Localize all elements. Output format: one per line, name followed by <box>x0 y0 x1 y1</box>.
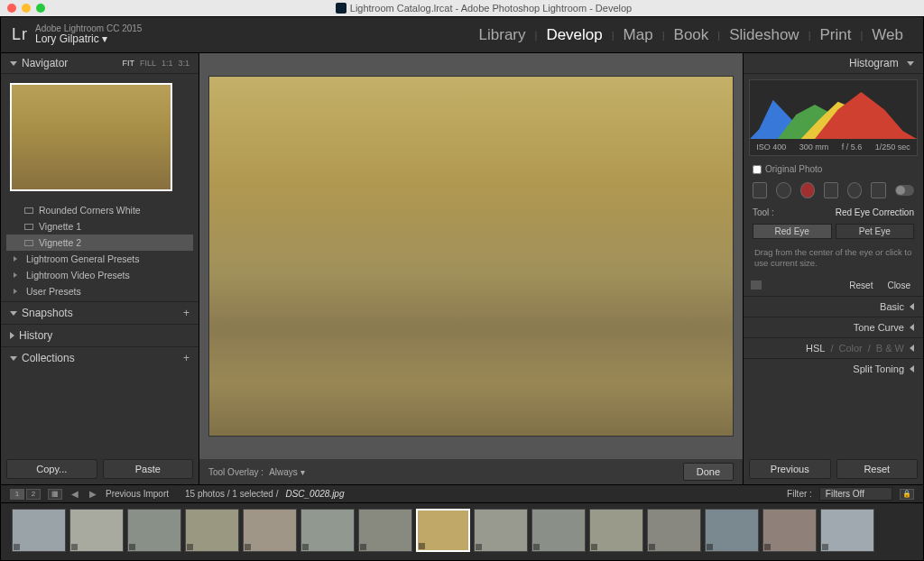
filter-lock-icon[interactable]: 🔒 <box>900 489 914 500</box>
user-name[interactable]: Lory Gilpatric ▾ <box>35 33 142 46</box>
filmstrip-thumb[interactable] <box>705 509 759 552</box>
top-bar: Lr Adobe Lightroom CC 2015 Lory Gilpatri… <box>1 17 923 53</box>
nav-forward-icon[interactable]: ▶ <box>88 489 98 499</box>
pet-eye-tab[interactable]: Pet Eye <box>836 224 915 239</box>
module-slideshow[interactable]: Slideshow <box>720 26 808 44</box>
preset-item[interactable]: Rounded Corners White <box>6 202 193 218</box>
filmstrip-thumb[interactable] <box>358 509 412 552</box>
tool-switch-icon[interactable] <box>751 280 762 290</box>
module-print[interactable]: Print <box>811 26 861 44</box>
grid-icon[interactable]: ▦ <box>48 489 62 500</box>
close-window-button[interactable] <box>7 4 16 13</box>
history-section[interactable]: History <box>1 324 199 346</box>
gradient-tool-icon[interactable] <box>824 182 838 198</box>
histogram-header[interactable]: Histogram <box>744 53 923 74</box>
module-web[interactable]: Web <box>863 26 912 44</box>
nav-back-icon[interactable]: ◀ <box>69 489 80 499</box>
tool-hint: Drag from the center of the eye or click… <box>744 242 923 275</box>
exif-aperture: f / 5.6 <box>842 143 863 152</box>
status-count: 15 photos / 1 selected / <box>185 489 278 499</box>
basic-section[interactable]: Basic <box>744 296 923 317</box>
tool-overlay-label: Tool Overlay : <box>208 467 263 477</box>
tool-toggle[interactable] <box>895 185 914 196</box>
spot-tool-icon[interactable] <box>776 182 790 198</box>
module-develop[interactable]: Develop <box>537 26 611 44</box>
snapshots-section[interactable]: Snapshots+ <box>1 301 199 324</box>
zoom-fill[interactable]: FILL <box>140 59 156 68</box>
navigator-preview[interactable] <box>10 83 172 191</box>
preset-item[interactable]: Vignette 1 <box>6 218 193 235</box>
filmstrip-thumb[interactable] <box>300 509 355 552</box>
original-photo-checkbox[interactable] <box>753 165 762 174</box>
hsl-section[interactable]: HSL/ Color/ B & W <box>744 337 923 358</box>
view-2-button[interactable]: 2 <box>26 489 41 500</box>
window-title: Lightroom Catalog.lrcat - Adobe Photosho… <box>51 3 917 14</box>
brush-tool-icon[interactable] <box>871 182 885 198</box>
preset-item[interactable]: User Presets <box>6 283 193 299</box>
exif-focal: 300 mm <box>799 143 829 152</box>
filmstrip-thumb[interactable] <box>647 509 701 552</box>
exif-shutter: 1/250 sec <box>875 143 910 152</box>
source-label[interactable]: Previous Import <box>106 489 169 499</box>
filmstrip-thumb[interactable] <box>185 509 239 552</box>
split-toning-section[interactable]: Split Toning <box>744 358 923 379</box>
preset-item[interactable]: Lightroom Video Presets <box>6 267 193 283</box>
module-switcher: Library|Develop|Map|Book|Slideshow|Print… <box>470 26 912 44</box>
preset-list: Rounded Corners WhiteVignette 1Vignette … <box>1 200 199 301</box>
filmstrip-thumb[interactable] <box>762 509 817 552</box>
zoom-1:1[interactable]: 1:1 <box>162 59 173 68</box>
tool-overlay-select[interactable]: Always ▾ <box>269 467 304 477</box>
previous-button[interactable]: Previous <box>749 459 831 479</box>
main-preview[interactable] <box>208 76 734 437</box>
preset-item[interactable]: Vignette 2 <box>6 235 193 251</box>
module-book[interactable]: Book <box>665 26 718 44</box>
lightroom-icon <box>336 3 346 14</box>
redeye-tool-icon[interactable] <box>800 182 815 198</box>
red-eye-tab[interactable]: Red Eye <box>753 224 832 239</box>
tool-reset-button[interactable]: Reset <box>844 279 878 292</box>
tone-curve-section[interactable]: Tone Curve <box>744 317 923 337</box>
copy-button[interactable]: Copy... <box>6 459 97 479</box>
module-map[interactable]: Map <box>614 26 662 44</box>
collections-section[interactable]: Collections+ <box>1 346 199 369</box>
right-panel: Histogram ISO 400 300 mm f / 5.6 1/250 s… <box>743 53 923 484</box>
filter-label: Filter : <box>787 489 812 499</box>
filter-select[interactable]: Filters Off <box>819 487 892 501</box>
tool-overlay-bar: Tool Overlay : Always ▾ Done <box>199 459 743 484</box>
reset-button[interactable]: Reset <box>836 459 919 479</box>
tool-name: Red Eye Correction <box>836 207 914 217</box>
minimize-window-button[interactable] <box>22 4 31 13</box>
status-filename: DSC_0028.jpg <box>285 489 344 499</box>
tool-close-button[interactable]: Close <box>882 279 916 292</box>
navigator-header[interactable]: Navigator FITFILL1:13:1 <box>1 53 199 74</box>
done-button[interactable]: Done <box>683 463 734 481</box>
original-photo-label: Original Photo <box>765 164 822 174</box>
crop-tool-icon[interactable] <box>753 182 767 198</box>
view-1-button[interactable]: 1 <box>10 489 24 500</box>
filmstrip-thumb[interactable] <box>127 509 181 552</box>
center-panel: Tool Overlay : Always ▾ Done <box>199 53 743 484</box>
module-library[interactable]: Library <box>470 26 535 44</box>
filmstrip-thumb[interactable] <box>474 509 528 552</box>
status-bar: 1 2 ▦ ◀ ▶ Previous Import 15 photos / 1 … <box>1 484 923 502</box>
zoom-3:1[interactable]: 3:1 <box>178 59 189 68</box>
radial-tool-icon[interactable] <box>847 182 862 198</box>
exif-iso: ISO 400 <box>756 143 786 152</box>
filmstrip-thumb[interactable] <box>416 509 470 552</box>
histogram[interactable]: ISO 400 300 mm f / 5.6 1/250 sec <box>749 79 918 156</box>
preset-item[interactable]: Lightroom General Presets <box>6 251 193 267</box>
filmstrip-thumb[interactable] <box>589 509 643 552</box>
filmstrip-thumb[interactable] <box>69 509 124 552</box>
filmstrip-thumb[interactable] <box>531 509 586 552</box>
left-panel: Navigator FITFILL1:13:1 Rounded Corners … <box>1 53 199 484</box>
filmstrip-thumb[interactable] <box>820 509 874 552</box>
paste-button[interactable]: Paste <box>103 459 194 479</box>
zoom-window-button[interactable] <box>36 4 45 13</box>
filmstrip[interactable] <box>1 502 923 560</box>
filmstrip-thumb[interactable] <box>12 509 66 552</box>
filmstrip-thumb[interactable] <box>243 509 297 552</box>
app-logo: Lr <box>12 25 28 44</box>
tool-label: Tool : <box>753 207 774 217</box>
zoom-fit[interactable]: FIT <box>122 59 134 68</box>
tool-strip <box>744 177 923 204</box>
